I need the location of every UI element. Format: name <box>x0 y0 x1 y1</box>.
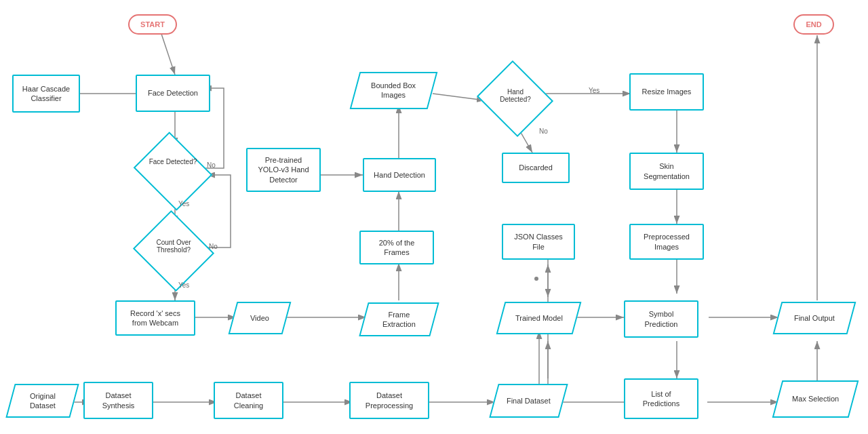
no-label-1: No <box>207 161 216 169</box>
discarded-label: Discarded <box>519 163 553 172</box>
twenty-percent-label: 20% of theFrames <box>379 238 415 258</box>
dataset-synthesis-label: DatasetSynthesis <box>102 391 135 410</box>
dataset-cleaning-label: DatasetCleaning <box>234 391 263 410</box>
hand-detection-label: Hand Detection <box>374 170 425 180</box>
dataset-synthesis-node: DatasetSynthesis <box>83 382 153 419</box>
frame-extraction-node: FrameExtraction <box>361 300 436 338</box>
frame-extraction-label: FrameExtraction <box>382 309 416 329</box>
svg-line-1 <box>161 34 175 75</box>
end-node: END <box>790 12 837 37</box>
frame-extraction-para: FrameExtraction <box>359 302 439 336</box>
record-webcam-label: Record 'x' secsfrom Webcam <box>130 309 180 328</box>
video-para: Video <box>228 302 291 334</box>
original-dataset-para: OriginalDataset <box>5 384 79 418</box>
twenty-percent-node: 20% of theFrames <box>359 231 434 264</box>
trained-model-para: Trained Model <box>496 302 581 334</box>
final-output-para: Final Output <box>772 302 856 334</box>
face-detection-node: Face Detection <box>136 75 210 112</box>
discarded-node: Discarded <box>502 153 570 183</box>
skin-segmentation-node: SkinSegmentation <box>629 153 704 190</box>
dataset-preprocessing-node: DatasetPreprocessing <box>349 382 429 419</box>
trained-model-node: Trained Model <box>498 300 578 336</box>
bounded-box-para: Bounded BoxImages <box>349 72 437 109</box>
end-label: END <box>793 14 833 35</box>
hand-detection-node: Hand Detection <box>363 158 436 192</box>
preprocessed-images-node: PreprocessedImages <box>629 224 704 260</box>
max-selection-label: Max Selection <box>791 394 838 403</box>
list-predictions-label: List ofPredictions <box>643 389 679 409</box>
video-node: Video <box>231 300 288 336</box>
json-classes-label: JSON ClassesFile <box>514 232 563 252</box>
resize-images-node: Resize Images <box>629 73 704 111</box>
start-node: START <box>125 12 180 37</box>
face-detection-label: Face Detection <box>148 88 198 98</box>
symbol-prediction-node: SymbolPrediction <box>624 300 698 338</box>
final-dataset-para: Final Dataset <box>489 384 568 418</box>
yes-label-1: Yes <box>178 200 189 208</box>
dot-connector <box>534 277 538 281</box>
max-selection-para: Max Selection <box>772 380 859 418</box>
trained-model-label: Trained Model <box>515 313 562 323</box>
skin-segmentation-label: SkinSegmentation <box>644 161 690 181</box>
final-output-label: Final Output <box>794 313 835 323</box>
haar-cascade-node: Haar CascadeClassifier <box>12 75 80 113</box>
original-dataset-label: OriginalDataset <box>29 391 55 410</box>
video-label: Video <box>250 313 269 323</box>
record-webcam-node: Record 'x' secsfrom Webcam <box>115 300 195 336</box>
hand-detected-diamond: HandDetected? <box>481 73 549 127</box>
final-output-node: Final Output <box>775 300 853 336</box>
yes-label-2: Yes <box>178 281 189 289</box>
resize-images-label: Resize Images <box>642 87 692 96</box>
haar-cascade-label: Haar CascadeClassifier <box>22 84 70 104</box>
max-selection-node: Max Selection <box>775 378 855 419</box>
preprocessed-images-label: PreprocessedImages <box>644 232 690 252</box>
bounded-box-node: Bounded BoxImages <box>353 70 434 111</box>
original-dataset-node: OriginalDataset <box>8 382 76 419</box>
pretrained-yolo-node: Pre-trainedYOLO-v3 HandDetector <box>246 148 321 192</box>
bounded-box-label: Bounded BoxImages <box>371 81 416 100</box>
face-detected-diamond: Face Detected? <box>139 146 207 197</box>
no-label-3: No <box>539 127 548 135</box>
list-predictions-node: List ofPredictions <box>624 378 698 419</box>
pretrained-yolo-label: Pre-trainedYOLO-v3 HandDetector <box>258 155 309 184</box>
no-label-2: No <box>209 243 218 250</box>
count-threshold-label: Count OverThreshold? <box>137 239 210 254</box>
final-dataset-label: Final Dataset <box>507 395 551 405</box>
start-label: START <box>128 14 177 35</box>
yes-label-3: Yes <box>589 87 599 94</box>
final-dataset-node: Final Dataset <box>492 382 565 419</box>
hand-detected-label: HandDetected? <box>481 88 549 103</box>
dataset-cleaning-node: DatasetCleaning <box>214 382 283 419</box>
symbol-prediction-label: SymbolPrediction <box>645 309 678 329</box>
json-classes-node: JSON ClassesFile <box>502 224 575 260</box>
face-detected-label: Face Detected? <box>139 158 207 165</box>
count-threshold-diamond: Count OverThreshold? <box>137 224 210 278</box>
dataset-preprocessing-label: DatasetPreprocessing <box>366 391 413 410</box>
